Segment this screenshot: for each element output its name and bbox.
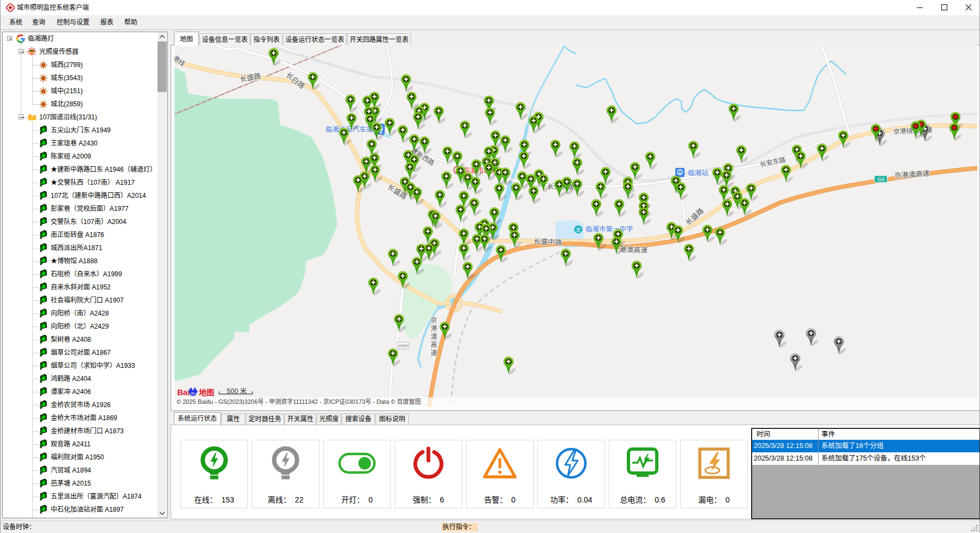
svg-text:© 2025 Baidu - GS(2023)3206号 -: © 2025 Baidu - GS(2023)3206号 - 甲测资字11111… <box>177 398 421 405</box>
svg-text:临湘站: 临湘站 <box>688 169 709 177</box>
svg-text:京: 京 <box>431 317 437 324</box>
svg-text:du: du <box>191 391 195 396</box>
svg-text:临湘长安汽车站: 临湘长安汽车站 <box>325 125 373 134</box>
svg-text:G4: G4 <box>878 177 884 182</box>
svg-text:速: 速 <box>431 349 437 357</box>
svg-text:X089: X089 <box>398 343 408 348</box>
svg-text:澳: 澳 <box>431 333 437 341</box>
svg-text:文: 文 <box>576 227 580 233</box>
svg-text:港: 港 <box>431 325 437 332</box>
svg-text:地图: 地图 <box>199 388 214 397</box>
svg-text:Bai: Bai <box>177 387 190 397</box>
svg-text:长盛中路: 长盛中路 <box>534 237 562 247</box>
svg-text:高: 高 <box>431 341 437 349</box>
svg-text:临湘市第一中学: 临湘市第一中学 <box>585 225 633 233</box>
